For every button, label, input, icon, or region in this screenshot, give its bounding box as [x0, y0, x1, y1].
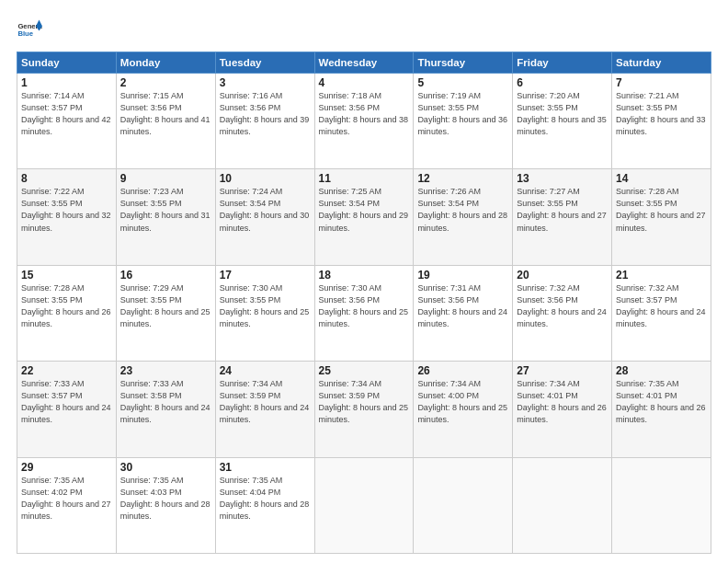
day-info: Sunrise: 7:32 AMSunset: 3:56 PMDaylight:… [517, 283, 607, 328]
calendar-cell: 24 Sunrise: 7:34 AMSunset: 3:59 PMDaylig… [215, 362, 314, 457]
day-info: Sunrise: 7:18 AMSunset: 3:56 PMDaylight:… [319, 91, 409, 136]
calendar-cell: 17 Sunrise: 7:30 AMSunset: 3:55 PMDaylig… [215, 265, 314, 361]
day-number: 26 [417, 364, 508, 377]
day-info: Sunrise: 7:28 AMSunset: 3:55 PMDaylight:… [21, 283, 111, 328]
day-info: Sunrise: 7:19 AMSunset: 3:55 PMDaylight:… [417, 91, 507, 136]
svg-text:Blue: Blue [17, 29, 33, 38]
calendar-table: SundayMondayTuesdayWednesdayThursdayFrid… [17, 52, 711, 554]
day-number: 7 [616, 76, 707, 89]
day-number: 27 [517, 364, 608, 377]
day-number: 11 [319, 172, 410, 185]
day-info: Sunrise: 7:25 AMSunset: 3:54 PMDaylight:… [319, 187, 409, 232]
day-info: Sunrise: 7:20 AMSunset: 3:55 PMDaylight:… [517, 91, 607, 136]
weekday-header-monday: Monday [116, 52, 215, 74]
calendar-cell: 2 Sunrise: 7:15 AMSunset: 3:56 PMDayligh… [116, 74, 215, 169]
weekday-header-row: SundayMondayTuesdayWednesdayThursdayFrid… [17, 52, 711, 74]
day-info: Sunrise: 7:34 AMSunset: 4:01 PMDaylight:… [517, 379, 607, 424]
day-number: 28 [616, 364, 707, 377]
day-info: Sunrise: 7:34 AMSunset: 3:59 PMDaylight:… [319, 379, 409, 424]
calendar-cell: 15 Sunrise: 7:28 AMSunset: 3:55 PMDaylig… [17, 265, 117, 361]
day-info: Sunrise: 7:28 AMSunset: 3:55 PMDaylight:… [616, 187, 706, 232]
calendar-cell: 22 Sunrise: 7:33 AMSunset: 3:57 PMDaylig… [17, 362, 117, 457]
day-info: Sunrise: 7:33 AMSunset: 3:58 PMDaylight:… [120, 379, 210, 424]
week-row-4: 22 Sunrise: 7:33 AMSunset: 3:57 PMDaylig… [17, 362, 711, 457]
weekday-header-sunday: Sunday [17, 52, 117, 74]
weekday-header-thursday: Thursday [414, 52, 513, 74]
day-number: 20 [517, 269, 608, 282]
day-info: Sunrise: 7:31 AMSunset: 3:56 PMDaylight:… [417, 283, 507, 328]
day-number: 10 [220, 172, 311, 185]
calendar-cell: 23 Sunrise: 7:33 AMSunset: 3:58 PMDaylig… [116, 362, 215, 457]
day-number: 25 [319, 364, 410, 377]
calendar-cell: 4 Sunrise: 7:18 AMSunset: 3:56 PMDayligh… [314, 74, 414, 169]
day-info: Sunrise: 7:35 AMSunset: 4:01 PMDaylight:… [616, 379, 706, 424]
day-number: 31 [220, 461, 311, 474]
day-info: Sunrise: 7:32 AMSunset: 3:57 PMDaylight:… [616, 283, 706, 328]
day-number: 14 [616, 172, 707, 185]
day-info: Sunrise: 7:16 AMSunset: 3:56 PMDaylight:… [220, 91, 310, 136]
logo: General Blue [17, 17, 48, 42]
day-number: 22 [21, 364, 112, 377]
calendar-cell: 3 Sunrise: 7:16 AMSunset: 3:56 PMDayligh… [215, 74, 314, 169]
calendar-cell: 18 Sunrise: 7:30 AMSunset: 3:56 PMDaylig… [314, 265, 414, 361]
calendar-cell: 14 Sunrise: 7:28 AMSunset: 3:55 PMDaylig… [612, 169, 711, 265]
day-info: Sunrise: 7:34 AMSunset: 3:59 PMDaylight:… [220, 379, 310, 424]
calendar-cell: 7 Sunrise: 7:21 AMSunset: 3:55 PMDayligh… [612, 74, 711, 169]
day-number: 3 [220, 76, 311, 89]
calendar-cell: 25 Sunrise: 7:34 AMSunset: 3:59 PMDaylig… [314, 362, 414, 457]
day-number: 23 [120, 364, 211, 377]
day-info: Sunrise: 7:14 AMSunset: 3:57 PMDaylight:… [21, 91, 111, 136]
day-number: 30 [120, 461, 211, 474]
day-info: Sunrise: 7:29 AMSunset: 3:55 PMDaylight:… [120, 283, 210, 328]
day-info: Sunrise: 7:24 AMSunset: 3:54 PMDaylight:… [220, 187, 310, 232]
day-number: 13 [517, 172, 608, 185]
calendar-cell: 20 Sunrise: 7:32 AMSunset: 3:56 PMDaylig… [513, 265, 612, 361]
day-number: 9 [120, 172, 211, 185]
day-number: 4 [319, 76, 410, 89]
day-number: 16 [120, 269, 211, 282]
day-number: 18 [319, 269, 410, 282]
week-row-2: 8 Sunrise: 7:22 AMSunset: 3:55 PMDayligh… [17, 169, 711, 265]
week-row-3: 15 Sunrise: 7:28 AMSunset: 3:55 PMDaylig… [17, 265, 711, 361]
calendar-cell: 27 Sunrise: 7:34 AMSunset: 4:01 PMDaylig… [513, 362, 612, 457]
day-number: 29 [21, 461, 112, 474]
day-info: Sunrise: 7:23 AMSunset: 3:55 PMDaylight:… [120, 187, 210, 232]
calendar-cell [513, 457, 612, 553]
logo-icon: General Blue [17, 17, 42, 42]
day-info: Sunrise: 7:34 AMSunset: 4:00 PMDaylight:… [417, 379, 507, 424]
day-number: 2 [120, 76, 211, 89]
calendar-cell: 10 Sunrise: 7:24 AMSunset: 3:54 PMDaylig… [215, 169, 314, 265]
calendar-cell [314, 457, 414, 553]
day-number: 24 [220, 364, 311, 377]
weekday-header-friday: Friday [513, 52, 612, 74]
calendar-cell: 26 Sunrise: 7:34 AMSunset: 4:00 PMDaylig… [414, 362, 513, 457]
day-info: Sunrise: 7:26 AMSunset: 3:54 PMDaylight:… [417, 187, 507, 232]
day-info: Sunrise: 7:35 AMSunset: 4:03 PMDaylight:… [120, 476, 210, 521]
calendar-cell: 28 Sunrise: 7:35 AMSunset: 4:01 PMDaylig… [612, 362, 711, 457]
day-info: Sunrise: 7:21 AMSunset: 3:55 PMDaylight:… [616, 91, 706, 136]
day-number: 17 [220, 269, 311, 282]
calendar-cell: 29 Sunrise: 7:35 AMSunset: 4:02 PMDaylig… [17, 457, 117, 553]
day-number: 8 [21, 172, 112, 185]
day-info: Sunrise: 7:22 AMSunset: 3:55 PMDaylight:… [21, 187, 111, 232]
week-row-5: 29 Sunrise: 7:35 AMSunset: 4:02 PMDaylig… [17, 457, 711, 553]
calendar-cell [414, 457, 513, 553]
weekday-header-saturday: Saturday [612, 52, 711, 74]
week-row-1: 1 Sunrise: 7:14 AMSunset: 3:57 PMDayligh… [17, 74, 711, 169]
day-number: 19 [417, 269, 508, 282]
calendar-cell: 11 Sunrise: 7:25 AMSunset: 3:54 PMDaylig… [314, 169, 414, 265]
calendar-cell: 5 Sunrise: 7:19 AMSunset: 3:55 PMDayligh… [414, 74, 513, 169]
calendar-cell: 30 Sunrise: 7:35 AMSunset: 4:03 PMDaylig… [116, 457, 215, 553]
day-info: Sunrise: 7:27 AMSunset: 3:55 PMDaylight:… [517, 187, 607, 232]
calendar-cell: 12 Sunrise: 7:26 AMSunset: 3:54 PMDaylig… [414, 169, 513, 265]
day-number: 5 [417, 76, 508, 89]
calendar-cell: 9 Sunrise: 7:23 AMSunset: 3:55 PMDayligh… [116, 169, 215, 265]
calendar-cell: 31 Sunrise: 7:35 AMSunset: 4:04 PMDaylig… [215, 457, 314, 553]
day-info: Sunrise: 7:15 AMSunset: 3:56 PMDaylight:… [120, 91, 210, 136]
calendar-cell: 13 Sunrise: 7:27 AMSunset: 3:55 PMDaylig… [513, 169, 612, 265]
day-number: 1 [21, 76, 112, 89]
calendar-cell: 8 Sunrise: 7:22 AMSunset: 3:55 PMDayligh… [17, 169, 117, 265]
calendar-cell: 16 Sunrise: 7:29 AMSunset: 3:55 PMDaylig… [116, 265, 215, 361]
header: General Blue [17, 17, 711, 42]
calendar-cell: 1 Sunrise: 7:14 AMSunset: 3:57 PMDayligh… [17, 74, 117, 169]
